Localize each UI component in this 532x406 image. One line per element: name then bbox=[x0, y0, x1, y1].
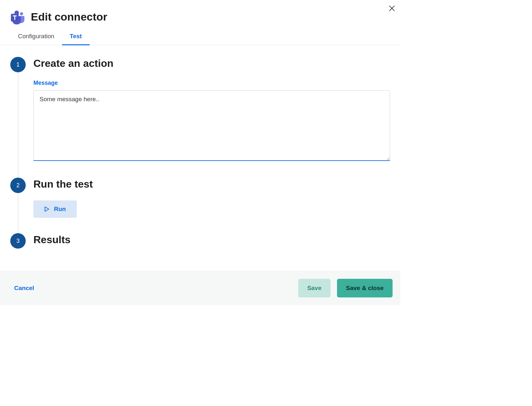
edit-connector-modal: Edit connector Configuration Test 1 Crea… bbox=[0, 0, 400, 305]
cancel-button[interactable]: Cancel bbox=[14, 285, 34, 292]
svg-point-2 bbox=[20, 12, 23, 15]
save-button[interactable]: Save bbox=[298, 279, 330, 297]
tab-configuration[interactable]: Configuration bbox=[10, 28, 62, 45]
step-title-create-action: Create an action bbox=[33, 57, 390, 69]
step-indicator: 2 bbox=[10, 178, 26, 233]
step-indicator: 1 bbox=[10, 57, 26, 178]
modal-header: Edit connector bbox=[0, 0, 400, 28]
close-icon bbox=[389, 5, 395, 11]
modal-footer: Cancel Save Save & close bbox=[0, 271, 400, 305]
teams-icon bbox=[10, 9, 26, 24]
step-create-action: 1 Create an action Message bbox=[10, 57, 390, 178]
step-run-test: 2 Run the test Run bbox=[10, 178, 390, 233]
step-number-1: 1 bbox=[10, 57, 26, 72]
content-area: 1 Create an action Message 2 Run the tes… bbox=[0, 45, 400, 271]
page-title: Edit connector bbox=[31, 11, 107, 23]
step-indicator: 3 bbox=[10, 233, 26, 249]
step-number-3: 3 bbox=[10, 233, 26, 249]
step-title-results: Results bbox=[33, 234, 390, 246]
step-connector-line bbox=[18, 193, 18, 233]
run-button[interactable]: Run bbox=[33, 200, 77, 218]
save-and-close-button[interactable]: Save & close bbox=[337, 279, 393, 297]
step-results: 3 Results bbox=[10, 233, 390, 249]
step-title-run-test: Run the test bbox=[33, 178, 390, 190]
footer-actions: Save Save & close bbox=[298, 279, 393, 297]
run-button-label: Run bbox=[54, 206, 66, 213]
close-button[interactable] bbox=[388, 4, 396, 12]
message-label: Message bbox=[33, 80, 390, 86]
message-input[interactable] bbox=[33, 90, 390, 161]
tabs: Configuration Test bbox=[0, 28, 400, 45]
step-connector-line bbox=[18, 72, 18, 178]
step-number-2: 2 bbox=[10, 178, 26, 193]
tab-test[interactable]: Test bbox=[62, 28, 90, 45]
play-icon bbox=[44, 206, 49, 212]
